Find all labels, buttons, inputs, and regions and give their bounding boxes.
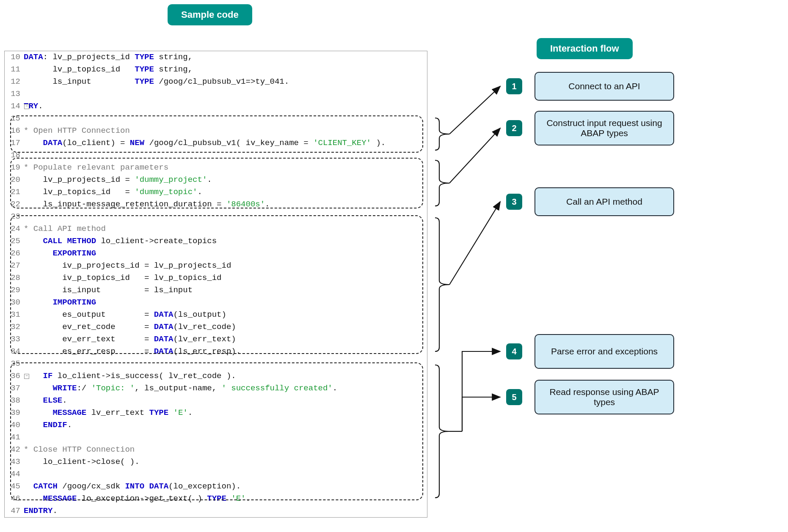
line-number: 17 [5, 137, 24, 149]
code-content: CATCH /goog/cx_sdk INTO DATA(lo_exceptio… [24, 480, 427, 493]
code-content: ENDIF. [24, 419, 427, 431]
code-line: 39 MESSAGE lv_err_text TYPE 'E'. [5, 407, 427, 419]
line-number: 26 [5, 247, 24, 260]
code-line: 20 lv_p_projects_id = 'dummy_project'. [5, 174, 427, 186]
code-content: DATA: lv_p_projects_id TYPE string, [24, 51, 427, 63]
flow-step-2: Construct input request using ABAP types [535, 111, 674, 145]
code-content: lv_p_projects_id = 'dummy_project'. [24, 174, 427, 186]
line-number: 21 [5, 186, 24, 198]
code-content [24, 211, 427, 223]
code-content [24, 358, 427, 370]
line-number: 37 [5, 382, 24, 395]
line-number: 12 [5, 76, 24, 88]
line-number: 19 [5, 162, 24, 174]
flow-step-label: Read response using ABAP types [540, 387, 669, 407]
code-line: 40 ENDIF. [5, 419, 427, 431]
line-number: 43 [5, 456, 24, 468]
line-number: 13 [5, 88, 24, 100]
code-content: EXPORTING [24, 247, 427, 260]
code-content: es_output = DATA(ls_output) [24, 309, 427, 321]
line-number: 33 [5, 333, 24, 346]
line-number: 35 [5, 358, 24, 370]
code-content: IMPORTING [24, 296, 427, 309]
code-line: 30 IMPORTING [5, 296, 427, 309]
flow-step-label: Connect to an API [568, 81, 640, 91]
code-line: 26 EXPORTING [5, 247, 427, 260]
code-line: 35 [5, 358, 427, 370]
code-line: 23 [5, 211, 427, 223]
code-line: 38 ELSE. [5, 395, 427, 407]
line-number: 44 [5, 468, 24, 480]
line-number: 30 [5, 296, 24, 309]
code-content: lv_p_topics_id TYPE string, [24, 63, 427, 76]
code-line: 31 es_output = DATA(ls_output) [5, 309, 427, 321]
code-content: * Close HTTP Connection [24, 444, 427, 456]
flow-step-3: Call an API method [535, 187, 674, 216]
code-content: ev_err_text = DATA(lv_err_text) [24, 333, 427, 346]
line-number: 29 [5, 284, 24, 296]
code-content: ELSE. [24, 395, 427, 407]
line-number: 22 [5, 198, 24, 211]
interaction-flow-pill: Interaction flow [537, 38, 633, 59]
line-number: 16 [5, 125, 24, 137]
line-number: 20 [5, 174, 24, 186]
code-line: 32 ev_ret_code = DATA(lv_ret_code) [5, 321, 427, 333]
flow-step-number-4: 4 [506, 343, 522, 359]
code-content: is_input = ls_input [24, 284, 427, 296]
code-content: * Call API method [24, 223, 427, 235]
code-line: 18 [5, 149, 427, 162]
line-number: 36 [5, 370, 24, 382]
line-number: 47 [5, 505, 24, 517]
code-content: ls_input TYPE /goog/cl_pubsub_v1=>ty_041… [24, 76, 427, 88]
flow-step-number-2: 2 [506, 120, 522, 136]
flow-step-number-5: 5 [506, 389, 522, 405]
code-content [24, 468, 427, 480]
code-line: 45 CATCH /goog/cx_sdk INTO DATA(lo_excep… [5, 480, 427, 493]
flow-step-label: Call an API method [566, 197, 642, 207]
code-line: 13 [5, 88, 427, 100]
code-content: MESSAGE lo_exception->get_text( ) TYPE '… [24, 493, 427, 505]
code-line: 11 lv_p_topics_id TYPE string, [5, 63, 427, 76]
code-line: 12 ls_input TYPE /goog/cl_pubsub_v1=>ty_… [5, 76, 427, 88]
code-line: 29 is_input = ls_input [5, 284, 427, 296]
line-number: 42 [5, 444, 24, 456]
line-number: 14 [5, 100, 24, 112]
code-content: iv_p_projects_id = lv_p_projects_id [24, 260, 427, 272]
line-number: 11 [5, 63, 24, 76]
flow-step-4: Parse error and exceptions [535, 334, 674, 369]
fold-toggle-icon[interactable]: − [24, 374, 29, 379]
code-line: 33 ev_err_text = DATA(lv_err_text) [5, 333, 427, 346]
line-number: 32 [5, 321, 24, 333]
code-line: 17 DATA(lo_client) = NEW /goog/cl_pubsub… [5, 137, 427, 149]
code-content [24, 112, 427, 125]
code-content: ls_input-message_retention_duration = '8… [24, 198, 427, 211]
flow-step-number-3: 3 [506, 194, 522, 210]
code-line: 41 [5, 431, 427, 444]
line-number: 18 [5, 149, 24, 162]
line-number: 10 [5, 51, 24, 63]
flow-step-label: Parse error and exceptions [551, 346, 658, 356]
line-number: 45 [5, 480, 24, 493]
code-line: 28 iv_p_topics_id = lv_p_topics_id [5, 272, 427, 284]
line-number: 28 [5, 272, 24, 284]
line-number: 23 [5, 211, 24, 223]
line-number: 41 [5, 431, 24, 444]
code-content: IF lo_client->is_success( lv_ret_code ). [24, 370, 427, 382]
code-line: 25 CALL METHOD lo_client->create_topics [5, 235, 427, 247]
code-content: DATA(lo_client) = NEW /goog/cl_pubsub_v1… [24, 137, 427, 149]
code-content: ev_ret_code = DATA(lv_ret_code) [24, 321, 427, 333]
flow-step-1: Connect to an API [535, 72, 674, 101]
code-line: 47ENDTRY. [5, 505, 427, 517]
line-number: 31 [5, 309, 24, 321]
code-content: lv_p_topics_id = 'dummy_topic'. [24, 186, 427, 198]
flow-step-5: Read response using ABAP types [535, 380, 674, 414]
code-content: * Populate relevant parameters [24, 162, 427, 174]
code-line: 24* Call API method [5, 223, 427, 235]
line-number: 40 [5, 419, 24, 431]
fold-toggle-icon[interactable]: − [24, 104, 29, 109]
code-content: MESSAGE lv_err_text TYPE 'E'. [24, 407, 427, 419]
code-line: 10DATA: lv_p_projects_id TYPE string, [5, 51, 427, 63]
line-number: 27 [5, 260, 24, 272]
code-line: 34 es_err_resp = DATA(ls_err_resp). [5, 346, 427, 358]
line-number: 34 [5, 346, 24, 358]
